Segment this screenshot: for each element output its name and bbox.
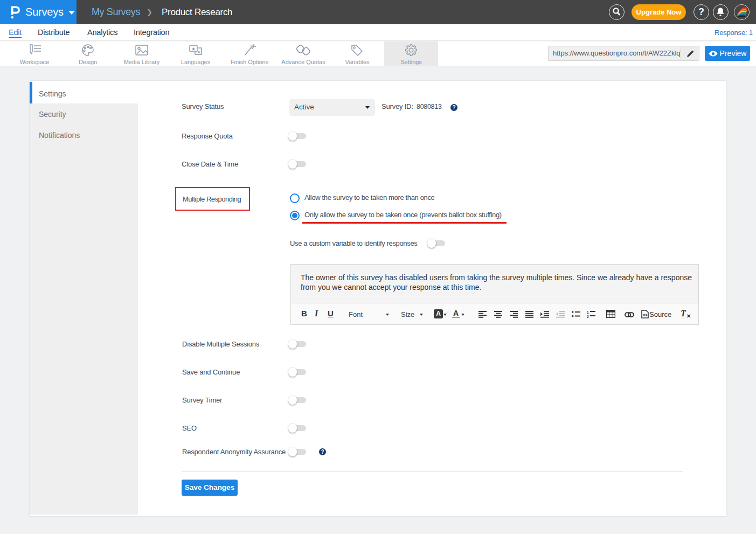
svg-text:A: A	[198, 50, 201, 54]
svg-text:★: ★	[191, 46, 196, 52]
svg-text:<>: <>	[643, 313, 648, 317]
svg-text:2: 2	[587, 315, 589, 318]
svg-text:1: 1	[587, 310, 589, 314]
